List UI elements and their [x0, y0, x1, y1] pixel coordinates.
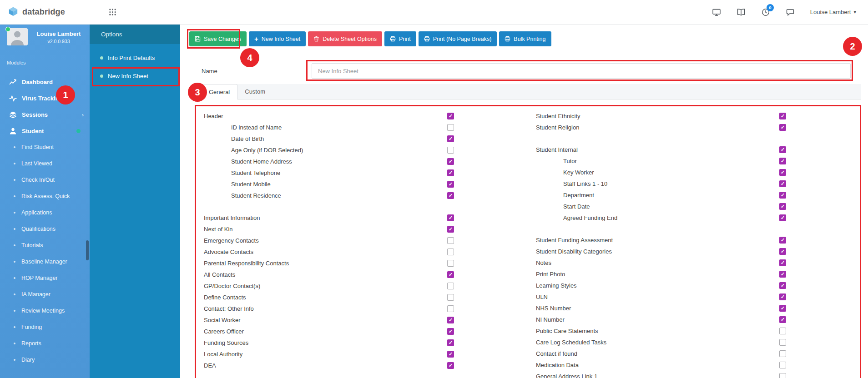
sidebar-user[interactable]: Louise Lambert v2.0.0.933 [0, 25, 90, 48]
checkbox-student-home-address[interactable] [447, 158, 454, 165]
sidebar-item-reports[interactable]: Reports [0, 335, 90, 352]
sidebar-item-review-meetings[interactable]: Review Meetings [0, 303, 90, 319]
sidebar-item-baseline-manager[interactable]: Baseline Manager [0, 254, 90, 270]
sidebar-item-ia-manager[interactable]: IA Manager [0, 286, 90, 303]
checkbox-emergency-contacts[interactable] [447, 237, 454, 244]
sidebar-item-last-viewed[interactable]: Last Viewed [0, 155, 90, 172]
options-item-new-info-sheet[interactable]: New Info Sheet [90, 67, 180, 85]
sidebar-scrollbar[interactable] [86, 240, 89, 260]
checkbox-row-student-mobile: Student Mobile [204, 179, 454, 190]
checkbox-label: Important Information [204, 214, 260, 221]
sidebar: Louise Lambert v2.0.0.933 Modules Dashbo… [0, 25, 90, 378]
bullet-icon [100, 56, 103, 60]
sidebar-item-check-in-out[interactable]: Check In/Out [0, 172, 90, 188]
checkbox-advocate-contacts[interactable] [447, 249, 454, 255]
bullet-icon [14, 326, 15, 328]
checkbox-all-contacts[interactable] [447, 271, 454, 278]
checkbox-department[interactable] [779, 192, 786, 199]
checkbox-define-contacts[interactable] [447, 294, 454, 301]
checkbox-label: Parental Responsibility Contacts [204, 260, 289, 267]
checkbox-social-worker[interactable] [447, 317, 454, 323]
bulk-printing-button[interactable]: Bulk Printing [499, 31, 551, 46]
checkbox-student-funding-assessment[interactable] [779, 237, 786, 244]
checkbox-label: Advocate Contacts [204, 249, 253, 255]
checkbox-public-care-statements[interactable] [779, 328, 786, 334]
sidebar-item-tutorials[interactable]: Tutorials [0, 237, 90, 254]
sidebar-item-dashboard[interactable]: Dashboard [0, 74, 90, 90]
checkbox-tutor[interactable] [779, 158, 786, 164]
checkbox-general-address-link-1[interactable] [779, 373, 786, 378]
checkbox-column-right: Student EthnicityStudent ReligionStudent… [536, 110, 786, 378]
checkbox-nhs-number[interactable] [779, 305, 786, 312]
checkbox-funding-sources[interactable] [447, 339, 454, 346]
sheet-name-input[interactable] [312, 63, 851, 79]
print-no-page-breaks-button[interactable]: Print (No Page Breaks) [419, 31, 497, 46]
checkbox-start-date[interactable] [779, 203, 786, 210]
apps-grid-icon[interactable] [109, 8, 116, 16]
checkbox-local-authority[interactable] [447, 351, 454, 358]
brand[interactable]: databridge [8, 6, 65, 18]
chat-icon[interactable] [786, 8, 795, 17]
checkbox-student-religion[interactable] [779, 124, 786, 131]
checkbox-date-of-birth[interactable] [447, 135, 454, 142]
checkbox-dea[interactable] [447, 362, 454, 369]
checkbox-row-parental-responsibility-contacts: Parental Responsibility Contacts [204, 258, 454, 269]
checkbox-parental-responsibility-contacts[interactable] [447, 260, 454, 267]
checkbox-age-only-if-dob-selected[interactable] [447, 147, 454, 154]
tab-general[interactable]: General [201, 84, 237, 99]
checkbox-id-instead-of-name[interactable] [447, 124, 454, 131]
display-icon[interactable] [712, 8, 721, 17]
checkbox-student-disability-categories[interactable] [779, 248, 786, 255]
sidebar-item-funding[interactable]: Funding [0, 319, 90, 335]
checkbox-header[interactable] [447, 113, 454, 119]
checkbox-row-important-information: Important Information [204, 212, 454, 224]
sidebar-item-label: Applications [21, 209, 52, 216]
checkbox-student-residence[interactable] [447, 192, 454, 199]
sidebar-item-risk-assess-quick[interactable]: Risk Assess. Quick [0, 188, 90, 204]
checkbox-student-mobile[interactable] [447, 181, 454, 188]
checkbox-label: Student Telephone [231, 169, 280, 176]
checkbox-row-uln: ULN [536, 291, 786, 303]
clock-icon[interactable]: 0 [761, 8, 770, 17]
new-info-sheet-button[interactable]: + New Info Sheet [249, 31, 306, 46]
delete-sheet-options-button[interactable]: Delete Sheet Options [308, 31, 382, 46]
options-item-info-print-defaults[interactable]: Info Print Defaults [90, 49, 180, 67]
checkbox-care-log-scheduled-tasks[interactable] [779, 339, 786, 346]
checkbox-key-worker[interactable] [779, 169, 786, 176]
checkbox-agreed-funding-end[interactable] [779, 214, 786, 221]
sidebar-item-student[interactable]: Student [0, 123, 90, 139]
sidebar-item-virus-tracking[interactable]: Virus Tracking [0, 90, 90, 106]
checkbox-row-header: Header [204, 110, 454, 122]
checkbox-student-ethnicity[interactable] [779, 113, 786, 119]
checkbox-gp-doctor-contact-s[interactable] [447, 283, 454, 289]
sidebar-item-sessions[interactable]: Sessions› [0, 106, 90, 123]
checkbox-label: Print Photo [536, 271, 565, 278]
tab-custom[interactable]: Custom [237, 84, 273, 99]
checkbox-learning-styles[interactable] [779, 282, 786, 289]
sidebar-item-diary[interactable]: Diary [0, 352, 90, 368]
checkbox-student-telephone[interactable] [447, 169, 454, 176]
checkbox-print-photo[interactable] [779, 271, 786, 278]
checkbox-careers-officer[interactable] [447, 328, 454, 335]
user-menu[interactable]: Louise Lambert ▾ [810, 9, 856, 15]
plus-icon: + [254, 35, 258, 42]
book-icon[interactable] [737, 8, 746, 17]
checkbox-important-information[interactable] [447, 214, 454, 221]
checkbox-student-internal[interactable] [779, 146, 786, 153]
checkbox-notes[interactable] [779, 259, 786, 266]
sidebar-item-qualifications[interactable]: Qualifications [0, 221, 90, 237]
checkbox-label: Student Home Address [231, 158, 292, 165]
checkbox-next-of-kin[interactable] [447, 226, 454, 233]
checkbox-ni-number[interactable] [779, 316, 786, 323]
sidebar-item-applications[interactable]: Applications [0, 204, 90, 221]
checkbox-label: Define Contacts [204, 294, 246, 301]
checkbox-staff-links-1-10[interactable] [779, 180, 786, 187]
print-button[interactable]: Print [384, 31, 416, 46]
checkbox-contact-if-found[interactable] [779, 350, 786, 357]
checkbox-medication-data[interactable] [779, 362, 786, 368]
checkbox-contact-other-info[interactable] [447, 305, 454, 312]
checkbox-uln[interactable] [779, 293, 786, 300]
sidebar-item-find-student[interactable]: Find Student [0, 139, 90, 155]
sidebar-item-rop-manager[interactable]: ROP Manager [0, 270, 90, 286]
save-changes-button[interactable]: Save Changes [189, 31, 247, 46]
